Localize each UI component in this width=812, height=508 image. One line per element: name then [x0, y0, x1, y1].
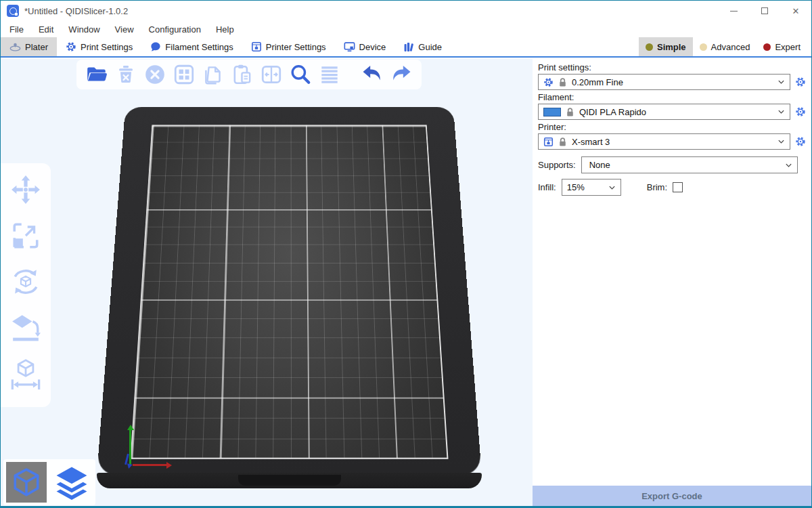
printer-combo[interactable]: X-smart 3 [538, 133, 790, 150]
menu-view[interactable]: View [108, 21, 141, 37]
3d-viewport[interactable] [1, 59, 533, 506]
filament-icon [150, 41, 161, 52]
redo-button[interactable] [389, 62, 413, 87]
open-button[interactable] [85, 62, 109, 87]
paste-icon [231, 63, 254, 86]
gear-icon [66, 41, 76, 52]
axis-x-red [133, 464, 166, 466]
close-icon: ✕ [792, 7, 800, 16]
tab-plater[interactable]: Plater [1, 37, 57, 56]
delete-all-button[interactable] [143, 62, 167, 87]
mode-advanced[interactable]: Advanced [693, 37, 757, 56]
menu-help[interactable]: Help [208, 21, 242, 37]
print-settings-combo[interactable]: 0.20mm Fine [538, 74, 790, 90]
brim-label: Brim: [647, 182, 667, 192]
open-folder-icon [85, 63, 108, 86]
brim-checkbox[interactable] [673, 182, 683, 192]
app-logo-icon [7, 5, 19, 17]
close-button[interactable]: ✕ [780, 1, 811, 21]
books-icon [403, 41, 414, 52]
tab-print-settings[interactable]: Print Settings [57, 37, 141, 56]
printer-gear-button[interactable] [794, 134, 807, 149]
minimize-icon [730, 11, 738, 12]
window-title: *Untitled - QIDISlicer-1.0.2 [24, 6, 128, 16]
arrange-icon [173, 63, 196, 86]
menu-configuration[interactable]: Configuration [141, 21, 208, 37]
print-settings-gear-button[interactable] [794, 75, 807, 89]
preview-view-button[interactable] [51, 462, 92, 503]
scale-button[interactable] [9, 219, 43, 253]
paste-button[interactable] [230, 62, 254, 87]
menu-edit[interactable]: Edit [31, 21, 61, 37]
filament-value: QIDI PLA Rapido [579, 107, 773, 117]
filament-combo[interactable]: QIDI PLA Rapido [538, 104, 790, 120]
variable-layer-height-button[interactable] [317, 62, 342, 87]
view-mode-toggle [3, 459, 95, 505]
move-button[interactable] [9, 173, 43, 207]
filament-color-swatch [543, 108, 561, 117]
tab-guide[interactable]: Guide [394, 37, 451, 56]
menubar: File Edit Window View Configuration Help [1, 21, 811, 37]
chevron-down-icon [608, 185, 616, 190]
filament-gear-button[interactable] [794, 104, 807, 119]
supports-value: None [587, 160, 780, 170]
filament-label: Filament: [538, 92, 809, 102]
place-on-face-button[interactable] [9, 311, 43, 345]
split-objects-icon [260, 63, 283, 86]
trash-icon [115, 64, 137, 85]
advanced-dot-icon [700, 43, 707, 51]
measure-button[interactable] [9, 357, 43, 391]
tab-filament-settings[interactable]: Filament Settings [141, 37, 242, 56]
preview-layers-icon [54, 465, 89, 500]
tab-device[interactable]: Device [335, 37, 395, 56]
delete-button[interactable] [114, 62, 138, 87]
object-manipulation-toolbar [1, 163, 51, 407]
undo-button[interactable] [360, 62, 384, 87]
expert-dot-icon [763, 43, 771, 51]
chevron-down-icon [777, 79, 785, 85]
print-settings-value: 0.20mm Fine [572, 77, 773, 87]
mode-label: Simple [657, 42, 686, 52]
print-bed [97, 152, 482, 475]
axis-y-arrowhead [127, 425, 134, 430]
split-objects-button[interactable] [259, 62, 284, 87]
measure-icon [9, 358, 42, 390]
mode-selector: Simple Advanced Expert [639, 37, 807, 56]
minimize-button[interactable] [718, 1, 749, 21]
bed-grid [131, 125, 449, 459]
maximize-button[interactable] [749, 1, 780, 21]
chevron-down-icon [777, 139, 785, 144]
app-window: *Untitled - QIDISlicer-1.0.2 ✕ File Edit… [0, 0, 812, 508]
3d-editor-view-button[interactable] [6, 462, 47, 503]
titlebar: *Untitled - QIDISlicer-1.0.2 ✕ [1, 1, 811, 21]
undo-icon [360, 62, 384, 87]
infill-combo[interactable]: 15% [562, 179, 621, 196]
supports-combo[interactable]: None [581, 156, 798, 173]
lock-icon [558, 137, 567, 147]
bed-handle [238, 475, 341, 486]
scale-icon [10, 220, 41, 251]
infill-value: 15% [567, 182, 604, 192]
tab-printer-settings[interactable]: Printer Settings [242, 37, 335, 56]
place-on-face-icon [10, 312, 41, 343]
mode-expert[interactable]: Expert [757, 37, 807, 56]
monitor-icon [344, 41, 355, 52]
arrange-button[interactable] [172, 62, 196, 87]
mode-simple[interactable]: Simple [639, 37, 693, 56]
copy-button[interactable] [201, 62, 225, 87]
menu-window[interactable]: Window [61, 21, 107, 37]
plater-icon [9, 42, 21, 52]
gear-icon [795, 136, 806, 147]
rotate-button[interactable] [9, 265, 43, 299]
print-settings-label: Print settings: [538, 62, 809, 72]
export-gcode-button[interactable]: Export G-code [533, 486, 811, 506]
layer-lines-icon [318, 63, 341, 86]
axis-x-arrowhead [166, 462, 172, 469]
mode-label: Expert [775, 42, 800, 52]
delete-all-icon [143, 63, 166, 86]
gear-icon [795, 106, 806, 117]
tab-label: Filament Settings [165, 42, 233, 52]
menu-file[interactable]: File [2, 21, 31, 37]
search-button[interactable] [288, 62, 313, 87]
tab-label: Plater [25, 42, 48, 52]
